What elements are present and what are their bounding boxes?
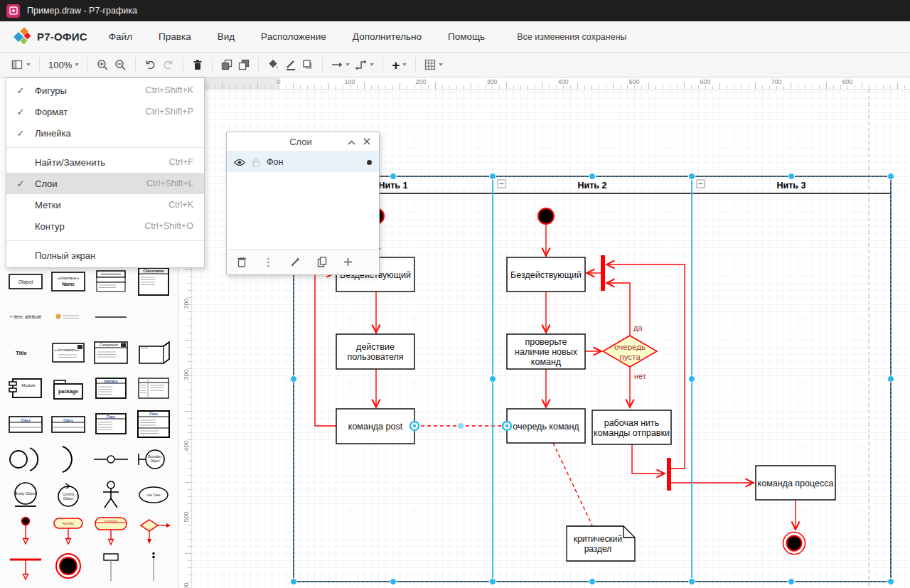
- node-start2[interactable]: [538, 208, 554, 224]
- shape-uml-package[interactable]: package: [48, 372, 88, 405]
- undo-button[interactable]: [141, 55, 159, 74]
- shape-uml-component[interactable]: Component: [91, 336, 131, 369]
- delete-button[interactable]: [189, 55, 206, 74]
- duplicate-layer-button[interactable]: [317, 257, 327, 267]
- zoom-out-button[interactable]: [112, 55, 129, 74]
- selection-handle[interactable]: [490, 173, 496, 180]
- selection-handle[interactable]: [788, 173, 795, 180]
- view-menu-item-7[interactable]: КонтурCtrl+Shift+O: [6, 215, 204, 237]
- selection-handle[interactable]: [390, 173, 397, 180]
- shape-uml-frame-title[interactable]: Title: [6, 336, 46, 369]
- selection-handle[interactable]: [490, 376, 496, 383]
- line-color-button[interactable]: [282, 55, 299, 74]
- view-menu-item-9[interactable]: Полный экран: [6, 245, 204, 266]
- close-panel-icon[interactable]: [359, 137, 375, 147]
- menu-item-0[interactable]: Файл: [109, 27, 132, 46]
- shape-uml-activity-start[interactable]: [6, 514, 46, 547]
- shape-uml-table[interactable]: [134, 372, 173, 405]
- layer-menu-button[interactable]: ⋮: [263, 257, 274, 267]
- layers-panel-header[interactable]: Слои: [227, 132, 379, 152]
- selection-handle[interactable]: [291, 579, 297, 585]
- menu-item-1[interactable]: Правка: [159, 27, 191, 46]
- shape-uml-class-1[interactable]: Class: [6, 407, 46, 440]
- fill-color-button[interactable]: [264, 55, 282, 74]
- delete-layer-button[interactable]: [237, 257, 247, 267]
- view-menu-item-6[interactable]: МеткиCtrl+K: [6, 194, 204, 215]
- to-front-button[interactable]: [218, 55, 235, 74]
- selection-handle[interactable]: [689, 579, 695, 585]
- view-menu-item-0[interactable]: ✓ФигурыCtrl+Shift+K: [6, 80, 204, 101]
- shape-uml-control-object[interactable]: ControlObject: [48, 479, 88, 511]
- selection-handle[interactable]: [390, 579, 397, 585]
- view-menu-item-1[interactable]: ✓ФорматCtrl+Shift+P: [6, 101, 204, 122]
- shape-uml-provided-required-interface[interactable]: [6, 443, 46, 476]
- lane-title-0[interactable]: Нить 1: [379, 181, 408, 191]
- shape-uml-class-rows-tall[interactable]: Class: [134, 407, 173, 440]
- shape-uml-composite-activity[interactable]: Composite: [91, 514, 131, 547]
- shape-uml-activity-fork[interactable]: [6, 550, 46, 582]
- shape-uml-boundary-object[interactable]: BoundaryObject: [134, 443, 173, 476]
- shape-uml-class-rows[interactable]: Class: [91, 407, 131, 440]
- toggle-panels-button[interactable]: [9, 55, 33, 74]
- lane-title-2[interactable]: Нить 3: [777, 181, 806, 191]
- edge-midpoint-handle[interactable]: [458, 423, 464, 429]
- table-button[interactable]: [422, 55, 446, 74]
- selection-handle[interactable]: [689, 376, 695, 383]
- shape-uml-module[interactable]: Module: [6, 372, 46, 405]
- zoom-level-dropdown[interactable]: 100%: [46, 55, 82, 74]
- menu-item-5[interactable]: Помощь: [448, 27, 485, 46]
- shape-uml-activity-decision[interactable]: [134, 514, 173, 547]
- shape-uml-shape-partial-1[interactable]: [6, 585, 46, 588]
- selection-handle[interactable]: [888, 579, 894, 585]
- connection-style-button[interactable]: [328, 55, 353, 74]
- shape-uml-class-fields[interactable]: Classname: [134, 265, 173, 298]
- shape-uml-lollipop-interface[interactable]: [91, 443, 131, 476]
- selection-handle[interactable]: [888, 376, 894, 383]
- selection-handle[interactable]: [888, 173, 894, 180]
- layer-visible-eye-icon[interactable]: [234, 159, 245, 166]
- view-menu-item-4[interactable]: Найти/ЗаменитьCtrl+F: [6, 151, 204, 173]
- shape-uml-object[interactable]: Object: [6, 265, 46, 298]
- insert-button[interactable]: +: [389, 55, 410, 74]
- shape-uml-item-attribute[interactable]: + item: attribute: [6, 301, 46, 333]
- node-fork1[interactable]: [601, 255, 605, 291]
- add-layer-button[interactable]: [343, 257, 353, 267]
- shape-uml-required-interface[interactable]: [48, 443, 88, 476]
- lane-title-1[interactable]: Нить 2: [578, 181, 607, 191]
- to-back-button[interactable]: [235, 55, 252, 74]
- shape-uml-shape-partial-2[interactable]: [48, 585, 88, 588]
- node-join2[interactable]: [667, 458, 671, 491]
- zoom-in-button[interactable]: [94, 55, 112, 74]
- shape-uml-class-2[interactable]: Class: [48, 407, 88, 440]
- view-menu-item-2[interactable]: ✓Линейка: [6, 122, 204, 144]
- collapse-panel-icon[interactable]: [343, 137, 359, 147]
- view-menu-item-5[interactable]: ✓СлоиCtrl+Shift+L: [6, 173, 204, 194]
- waypoint-style-button[interactable]: [353, 55, 377, 74]
- shape-uml-class-small[interactable]: [91, 265, 131, 298]
- shadow-button[interactable]: [299, 55, 316, 74]
- shape-uml-activity-final[interactable]: [48, 550, 88, 582]
- shape-uml-interface-rows[interactable]: Interface: [91, 372, 131, 405]
- shape-uml-cube[interactable]: [134, 336, 173, 369]
- selection-handle[interactable]: [589, 173, 596, 180]
- menu-item-4[interactable]: Дополнительно: [353, 27, 422, 46]
- shape-uml-item-attribute-icon[interactable]: [48, 301, 88, 333]
- redo-button[interactable]: [159, 55, 177, 74]
- shape-uml-use-case[interactable]: Use Case: [134, 479, 173, 511]
- shape-uml-actor[interactable]: [91, 479, 131, 511]
- selection-handle[interactable]: [689, 173, 695, 180]
- layer-row-background[interactable]: Фон: [227, 152, 379, 172]
- node-final[interactable]: [787, 536, 802, 551]
- selection-handle[interactable]: [490, 579, 496, 585]
- layer-lock-icon[interactable]: [252, 158, 260, 167]
- menu-item-3[interactable]: Расположение: [261, 27, 326, 46]
- shape-uml-entity-object[interactable]: Entity Object: [6, 479, 46, 511]
- selection-handle[interactable]: [589, 579, 596, 585]
- shape-uml-interface[interactable]: «Interface»Name: [48, 265, 88, 298]
- shape-uml-activity[interactable]: Activity: [48, 514, 88, 547]
- menu-item-2[interactable]: Вид: [218, 27, 235, 46]
- shape-uml-annotation-component[interactable]: ««Annotation»»: [48, 336, 88, 369]
- shape-uml-divider-line[interactable]: [91, 301, 131, 333]
- edit-layer-button[interactable]: [290, 257, 301, 267]
- selection-handle[interactable]: [788, 579, 795, 585]
